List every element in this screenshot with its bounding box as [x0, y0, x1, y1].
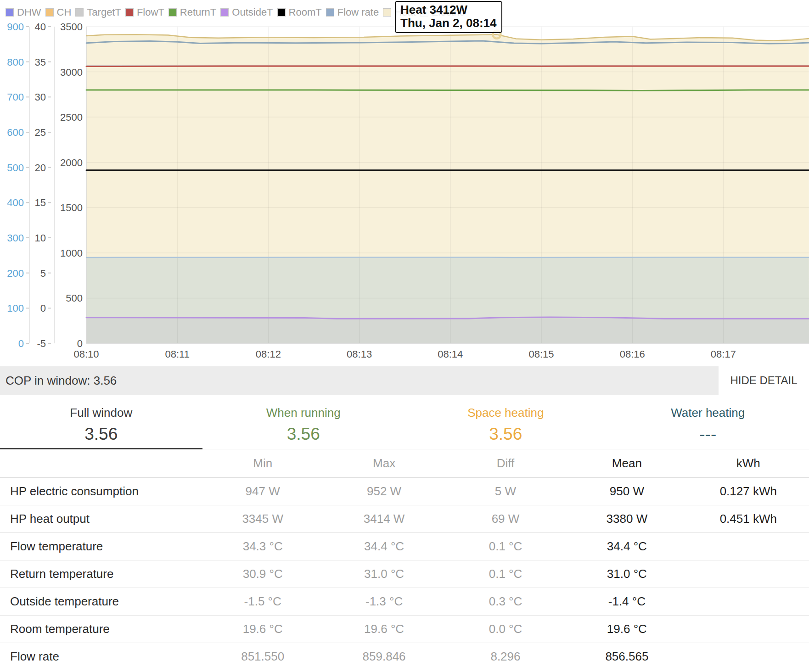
svg-text:30: 30 — [35, 91, 46, 103]
y-axis-temperature: 4035302520151050-5 — [35, 21, 51, 349]
legend-swatch-flow-rate — [326, 8, 334, 17]
svg-text:08:14: 08:14 — [438, 348, 463, 360]
summary-tab-value: --- — [607, 425, 809, 444]
cell: 859.846 — [323, 643, 444, 671]
row-label: Return temperature — [0, 560, 202, 588]
summary-tab-label: Water heating — [607, 406, 809, 420]
summary-tab-water-heating[interactable]: Water heating--- — [607, 395, 809, 449]
y-axis-flow-rate: 9008007006005004003002001000 — [7, 21, 29, 349]
legend-swatch-returnt — [169, 8, 177, 17]
svg-text:400: 400 — [7, 197, 24, 208]
x-axis-time: 08:1008:1108:1208:1308:1408:1508:1608:17 — [73, 348, 736, 360]
svg-text:500: 500 — [66, 292, 83, 304]
chart-tooltip: Heat 3412W Thu, Jan 2, 08:14 — [395, 1, 502, 33]
cell: 34.4 °C — [323, 533, 444, 560]
svg-text:200: 200 — [7, 268, 24, 279]
legend-item-outsidet[interactable]: OutsideT — [220, 6, 273, 18]
chart-panel: 9008007006005004003002001000403530252015… — [0, 0, 809, 364]
legend-label: RoomT — [289, 6, 322, 18]
cell: 0.0 °C — [445, 616, 566, 643]
legend-item-returnt[interactable]: ReturnT — [169, 6, 216, 18]
cell: 0.1 °C — [445, 533, 566, 560]
tooltip-time: Thu, Jan 2, 08:14 — [400, 17, 497, 30]
summary-tab-when-running[interactable]: When running3.56 — [202, 395, 405, 449]
cell: 34.3 °C — [202, 533, 323, 560]
cell: 3380 W — [566, 505, 687, 533]
legend-label: FlowT — [137, 6, 164, 18]
cell: 19.6 °C — [566, 616, 687, 643]
summary-tab-value: 3.56 — [202, 425, 405, 444]
column-header-diff: Diff — [445, 449, 566, 478]
svg-text:2000: 2000 — [60, 157, 83, 168]
plot-hover-area[interactable] — [86, 27, 809, 343]
svg-text:0: 0 — [77, 338, 83, 349]
summary-tab-value: 3.56 — [0, 425, 202, 444]
cell: -1.4 °C — [566, 588, 687, 616]
table-row-hp-electric-consumption: HP electric consumption947 W952 W5 W950 … — [0, 478, 809, 505]
summary-tab-full-window[interactable]: Full window3.56 — [0, 395, 202, 449]
cell: 69 W — [445, 505, 566, 533]
stats-table: MinMaxDiffMeankWh HP electric consumptio… — [0, 449, 809, 670]
svg-text:500: 500 — [7, 162, 24, 174]
cell — [688, 643, 809, 671]
column-header-kwh: kWh — [688, 449, 809, 478]
svg-text:100: 100 — [7, 302, 24, 314]
cell: 0.127 kWh — [688, 478, 809, 505]
legend-label: CH — [57, 6, 72, 18]
cell: 0.1 °C — [445, 560, 566, 588]
svg-text:40: 40 — [35, 21, 46, 33]
svg-text:08:17: 08:17 — [711, 348, 736, 360]
legend-item-roomt[interactable]: RoomT — [277, 6, 322, 18]
y-axis-power: 3500300025002000150010005000 — [60, 21, 83, 349]
timeseries-chart[interactable]: 9008007006005004003002001000403530252015… — [0, 0, 809, 364]
stats-table-header: MinMaxDiffMeankWh — [0, 449, 809, 478]
row-label: Flow temperature — [0, 533, 202, 560]
cell: 0.451 kWh — [688, 505, 809, 533]
svg-text:900: 900 — [7, 21, 24, 33]
hide-detail-button[interactable]: HIDE DETAIL — [719, 366, 809, 395]
summary-tab-space-heating[interactable]: Space heating3.56 — [404, 395, 607, 449]
row-label: HP heat output — [0, 505, 202, 533]
cop-bar: COP in window: 3.56 HIDE DETAIL — [0, 366, 809, 395]
legend-item-flow-rate[interactable]: Flow rate — [326, 6, 379, 18]
svg-text:1000: 1000 — [60, 247, 83, 259]
cell: 19.6 °C — [202, 616, 323, 643]
table-row-hp-heat-output: HP heat output3345 W3414 W69 W3380 W0.45… — [0, 505, 809, 533]
legend-item-ch[interactable]: CH — [45, 6, 72, 18]
row-label: Room temperature — [0, 616, 202, 643]
svg-text:35: 35 — [35, 56, 46, 68]
table-row-return-temperature: Return temperature30.9 °C31.0 °C0.1 °C31… — [0, 560, 809, 588]
column-header-mean: Mean — [566, 449, 687, 478]
column-header-max: Max — [323, 449, 444, 478]
svg-text:3500: 3500 — [60, 21, 83, 33]
legend-swatch-roomt — [277, 8, 286, 17]
table-row-flow-rate: Flow rate851.550859.8468.296856.565 — [0, 643, 809, 671]
svg-text:2500: 2500 — [60, 112, 83, 123]
summary-tab-label: Space heating — [404, 406, 607, 420]
svg-text:5: 5 — [40, 268, 46, 279]
table-row-outside-temperature: Outside temperature-1.5 °C-1.3 °C0.3 °C-… — [0, 588, 809, 616]
svg-text:08:11: 08:11 — [165, 348, 189, 360]
cell: 952 W — [323, 478, 444, 505]
legend-item-targett[interactable]: TargetT — [75, 6, 121, 18]
svg-text:600: 600 — [7, 127, 24, 138]
svg-text:25: 25 — [35, 127, 46, 138]
cell: 856.565 — [566, 643, 687, 671]
svg-text:10: 10 — [35, 232, 46, 244]
summary-tab-label: Full window — [0, 406, 202, 420]
legend-swatch-ch — [45, 8, 54, 17]
cell: 8.296 — [445, 643, 566, 671]
cell: 851.550 — [202, 643, 323, 671]
svg-text:0: 0 — [18, 338, 24, 349]
tooltip-value: Heat 3412W — [400, 3, 497, 17]
legend-label: Flow rate — [337, 6, 379, 18]
svg-text:08:15: 08:15 — [528, 348, 554, 360]
legend-item-dhw[interactable]: DHW — [6, 6, 41, 18]
svg-text:800: 800 — [7, 56, 24, 68]
svg-text:-5: -5 — [37, 338, 46, 349]
svg-text:0: 0 — [40, 302, 46, 314]
legend-item-flowt[interactable]: FlowT — [125, 6, 164, 18]
svg-text:08:10: 08:10 — [73, 348, 99, 360]
summary-tab-value: 3.56 — [404, 425, 607, 444]
cell: 34.4 °C — [566, 533, 687, 560]
